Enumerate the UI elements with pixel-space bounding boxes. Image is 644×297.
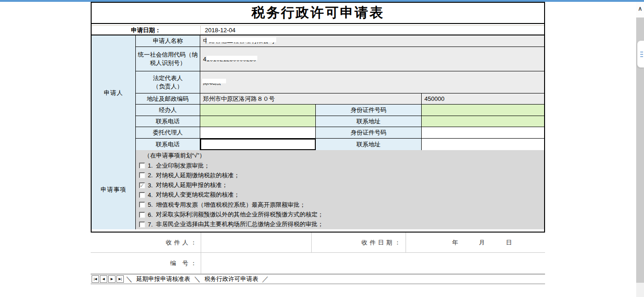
applicant-name-row: 申请人名称 中路智信工程管理有限公司 xyxy=(136,35,544,47)
agent-phone-input-selected-cell[interactable] xyxy=(200,139,316,150)
application-matters-section: 申请事项 （在申请事项前划“√”） 1. 企业印制发票审批； 2. 对纳税人延期… xyxy=(92,150,544,229)
side-widget-mark xyxy=(640,52,643,52)
sheet-tab-bar: |◀ ◀ ▶ ▶| ＼ 延期申报申请核准表 ＼ 税务行政许可申请表 ／ xyxy=(91,274,545,284)
redaction-overlay xyxy=(202,79,226,83)
receive-date-value[interactable]: 年 月 日 xyxy=(406,233,545,252)
tax-license-application-form: 税务行政许可申请表 申请日期： 2018-12-04 申请人 申请人名称 中路智… xyxy=(91,2,545,233)
credit-code-row: 统一社会信用代码（纳税人识别号） 4101021250000250 xyxy=(136,47,544,71)
side-panel-collapsed-tab[interactable] xyxy=(637,41,644,68)
scroll-up-button[interactable]: ∧ xyxy=(636,2,644,17)
matter-label: 增值税专用发票（增值税税控系统）最高开票限额审批； xyxy=(156,201,306,209)
number-value[interactable] xyxy=(201,253,545,274)
handler-row: 经办人 身份证件号码 xyxy=(136,105,544,116)
matter-checkbox-1[interactable] xyxy=(139,163,145,169)
agent-address-label: 联系地址 xyxy=(316,139,422,150)
matter-number: 4. xyxy=(148,192,153,198)
application-date-row: 申请日期： 2018-12-04 xyxy=(92,26,544,35)
matter-number: 7. xyxy=(148,221,153,228)
matter-item-4: 4. 对纳税人变更纳税定额的核准； xyxy=(138,190,544,200)
handler-phone-row: 联系电话 联系地址 xyxy=(136,116,544,127)
month-label: 月 xyxy=(479,239,485,247)
number-row: 编 号： xyxy=(91,253,545,274)
handler-address-input[interactable] xyxy=(422,116,544,127)
next-sheet-button[interactable]: ▶ xyxy=(108,275,116,283)
tab-separator: ＼ xyxy=(126,275,133,284)
agent-input[interactable] xyxy=(200,127,316,138)
matter-number: 1. xyxy=(148,162,153,169)
matter-item-5: 5. 增值税专用发票（增值税税控系统）最高开票限额审批； xyxy=(138,200,544,210)
credit-code-value[interactable]: 4101021250000250 xyxy=(200,47,544,71)
form-title-row: 税务行政许可申请表 xyxy=(92,3,544,24)
matter-label: 企业印制发票审批； xyxy=(156,162,210,170)
agent-row: 委托代理人 身份证件号码 xyxy=(136,127,544,139)
prev-sheet-button[interactable]: ◀ xyxy=(100,275,107,283)
receive-date-label: 收件日期： xyxy=(312,233,406,252)
form-footer: 收件人： 收件日期： 年 月 日 编 号： xyxy=(91,233,545,274)
matter-number: 5. xyxy=(148,201,153,208)
receiver-label: 收件人： xyxy=(91,233,201,252)
matter-item-6: 6. 对采取实际利润额预缴以外的其他企业所得税预缴方式的核定； xyxy=(138,210,544,219)
receiver-row: 收件人： 收件日期： 年 月 日 xyxy=(91,233,545,253)
address-value[interactable]: 郑州市中原区洛河路８０号 xyxy=(200,93,422,104)
matter-number: 3. xyxy=(148,182,153,189)
tab-tax-license-application-sheet[interactable]: 税务行政许可申请表 xyxy=(202,274,261,284)
legal-rep-row: 法定代表人（负责人） 陈晓杰 xyxy=(136,71,544,93)
matters-note: （在申请事项前划“√”） xyxy=(138,150,544,161)
agent-label: 委托代理人 xyxy=(136,127,200,138)
handler-phone-label: 联系电话 xyxy=(136,116,200,127)
side-widget-mark xyxy=(640,56,643,57)
handler-id-input[interactable] xyxy=(422,105,544,116)
redaction-overlay xyxy=(207,56,257,60)
credit-code-label: 统一社会信用代码（纳税人识别号） xyxy=(136,47,200,71)
matter-label: 对采取实际利润额预缴以外的其他企业所得税预缴方式的核定； xyxy=(156,210,324,219)
agent-phone-row: 联系电话 联系地址 xyxy=(136,139,544,150)
receiver-value[interactable] xyxy=(201,233,312,252)
matter-label: 对纳税人延期缴纳税款的核准； xyxy=(156,171,240,180)
form-title: 税务行政许可申请表 xyxy=(252,4,384,22)
year-label: 年 xyxy=(452,239,458,247)
matter-checkbox-3[interactable] xyxy=(139,182,145,188)
agent-id-input[interactable] xyxy=(422,127,544,138)
matter-item-7: 7. 非居民企业选择由其主要机构场所汇总缴纳企业所得税的审批； xyxy=(138,220,544,229)
tab-separator: ＼ xyxy=(194,275,201,284)
matter-checkbox-5[interactable] xyxy=(139,202,145,208)
applicant-section-label: 申请人 xyxy=(92,35,136,150)
address-row: 地址及邮政编码 郑州市中原区洛河路８０号 450000 xyxy=(136,93,544,105)
handler-label: 经办人 xyxy=(136,105,200,116)
address-label: 地址及邮政编码 xyxy=(136,93,200,104)
matter-label: 非居民企业选择由其主要机构场所汇总缴纳企业所得税的审批； xyxy=(156,220,324,228)
first-sheet-button[interactable]: |◀ xyxy=(92,275,99,283)
handler-input[interactable] xyxy=(200,105,316,116)
handler-address-label: 联系地址 xyxy=(316,116,422,127)
number-label: 编 号： xyxy=(91,253,201,274)
agent-id-label: 身份证件号码 xyxy=(316,127,422,138)
matter-item-1: 1. 企业印制发票审批； xyxy=(138,161,544,170)
side-widget-mark xyxy=(640,54,643,55)
matter-number: 2. xyxy=(148,172,153,179)
applicant-section: 申请人 申请人名称 中路智信工程管理有限公司 统一社会信用代码（纳税人识别号） … xyxy=(92,35,544,150)
legal-rep-label: 法定代表人（负责人） xyxy=(136,71,200,93)
postcode-value[interactable]: 450000 xyxy=(422,93,544,104)
tab-deferral-approval-sheet[interactable]: 延期申报申请核准表 xyxy=(133,274,193,284)
applicant-name-value[interactable]: 中路智信工程管理有限公司 xyxy=(200,35,544,47)
agent-address-input[interactable] xyxy=(422,139,544,150)
day-label: 日 xyxy=(506,239,512,247)
matter-checkbox-6[interactable] xyxy=(139,212,145,218)
agent-phone-label: 联系电话 xyxy=(136,139,200,150)
tab-separator: ／ xyxy=(262,275,269,284)
matters-section-label: 申请事项 xyxy=(92,150,136,229)
matter-label: 对纳税人变更纳税定额的核准； xyxy=(156,191,240,199)
application-date-value[interactable]: 2018-12-04 xyxy=(201,26,544,35)
redaction-overlay xyxy=(207,37,276,42)
last-sheet-button[interactable]: ▶| xyxy=(116,275,124,283)
handler-id-label: 身份证件号码 xyxy=(316,105,422,116)
matter-checkbox-7[interactable] xyxy=(139,221,145,227)
matter-number: 6. xyxy=(148,211,153,218)
application-date-label: 申请日期： xyxy=(92,26,201,35)
matter-checkbox-2[interactable] xyxy=(139,172,145,178)
matter-item-2: 2. 对纳税人延期缴纳税款的核准； xyxy=(138,170,544,180)
handler-phone-input[interactable] xyxy=(200,116,316,127)
legal-rep-value[interactable]: 陈晓杰 xyxy=(200,71,544,93)
matter-label: 对纳税人延期申报的核准； xyxy=(156,181,228,189)
matter-checkbox-4[interactable] xyxy=(139,192,145,198)
